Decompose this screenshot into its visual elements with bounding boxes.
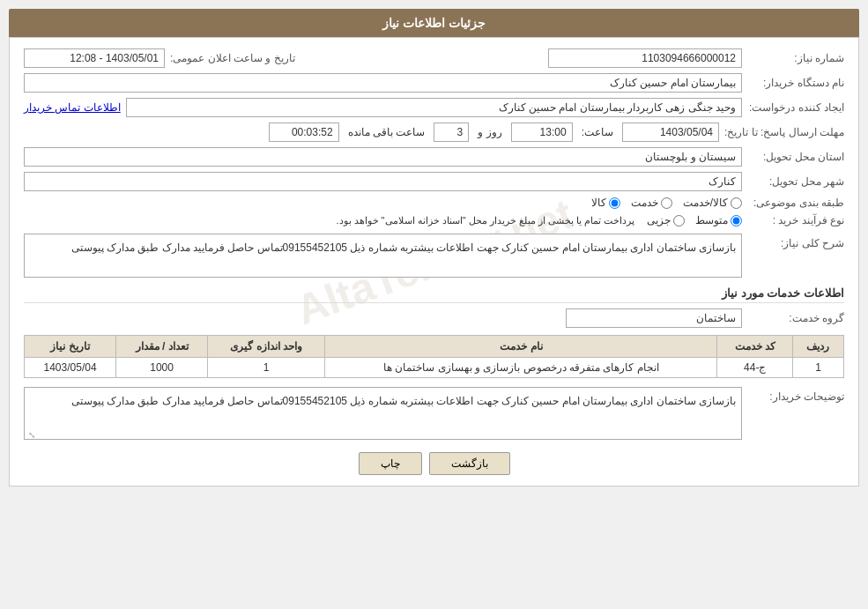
purchase-radio-jozi[interactable] [673, 215, 685, 227]
page-header: جزئیات اطلاعات نیاز [9, 9, 859, 37]
category-label-khadamat: خدمت [631, 197, 658, 209]
purchase-type-radio-group: متوسط جزیی [647, 214, 742, 227]
purchase-radio-motavasset[interactable] [731, 215, 742, 227]
buyer-notes-row: توضیحات خریدار: بازسازی ساختمان اداری بی… [24, 387, 844, 440]
purchase-type-label: نوع فرآیند خرید : [747, 214, 844, 227]
city-row: شهر محل تحویل: کنارک [24, 172, 844, 191]
category-label-kala-khadamat: کالا/خدمت [683, 197, 728, 209]
need-number-label: شماره نیاز: [747, 52, 844, 64]
col-qty: تعداد / مقدار [116, 336, 208, 358]
creator-row: ایجاد کننده درخواست: وحید جنگی زهی کاربر… [24, 98, 844, 117]
announce-value: 1403/05/01 - 12:08 [24, 48, 165, 68]
buyer-org-row: نام دستگاه خریدار: بیمارستان امام حسین ک… [24, 73, 844, 93]
need-description-value: بازسازی ساختمان اداری بیمارستان امام حسی… [24, 234, 742, 278]
buyer-notes-value: بازسازی ساختمان اداری بیمارستان امام حسی… [71, 395, 736, 407]
remaining-label: ساعت باقی مانده [348, 126, 426, 138]
service-group-row: گروه خدمت: ساختمان [24, 308, 844, 328]
purchase-label-motavasset: متوسط [695, 214, 728, 227]
cell-qty-1: 1000 [116, 358, 208, 378]
need-description-section: شرح کلی نیاز: بازسازی ساختمان اداری بیما… [24, 234, 844, 278]
deadline-row: مهلت ارسال پاسخ: تا تاریخ: 1403/05/04 سا… [24, 123, 844, 142]
col-code: کد خدمت [717, 336, 793, 358]
city-value: کنارک [24, 172, 742, 191]
creator-value: وحید جنگی زهی کاربردار بیمارستان امام حس… [126, 98, 742, 117]
resize-handle[interactable]: ⤡ [26, 428, 35, 437]
purchase-type-jozi[interactable]: جزیی [647, 214, 685, 227]
buyer-org-value: بیمارستان امام حسین کنارک [24, 73, 742, 93]
category-label: طبقه بندی موضوعی: [747, 197, 844, 209]
services-table-container: ردیف کد خدمت نام خدمت واحد اندازه گیری ت… [24, 335, 844, 378]
print-button[interactable]: چاپ [359, 452, 422, 475]
need-number-row: شماره نیاز: 1103094666000012 تاریخ و ساع… [24, 48, 844, 68]
category-label-kala: کالا [591, 197, 606, 209]
footer-buttons: بازگشت چاپ [24, 452, 844, 475]
buyer-notes-box: بازسازی ساختمان اداری بیمارستان امام حسی… [24, 387, 742, 440]
category-radio-kala-khadamat[interactable] [731, 197, 742, 209]
table-row: 1 ج-44 انجام کارهای متفرقه درخصوص بازساز… [25, 358, 844, 378]
announce-label: تاریخ و ساعت اعلان عمومی: [170, 52, 295, 64]
cell-code-1: ج-44 [717, 358, 793, 378]
category-radio-khadamat[interactable] [661, 197, 672, 209]
services-table: ردیف کد خدمت نام خدمت واحد اندازه گیری ت… [24, 335, 844, 378]
days-label: روز و [478, 126, 501, 138]
service-group-label: گروه خدمت: [747, 312, 844, 324]
contact-link[interactable]: اطلاعات تماس خریدار [24, 101, 121, 114]
purchase-type-note: پرداخت تمام یا بخشی از مبلغ خریدار محل "… [336, 215, 634, 227]
category-radio-kala[interactable] [609, 197, 620, 209]
cell-date-1: 1403/05/04 [25, 358, 116, 378]
cell-unit-1: 1 [208, 358, 325, 378]
services-section-title: اطلاعات خدمات مورد نیاز [24, 286, 844, 303]
time-label: ساعت: [582, 126, 613, 138]
page-title: جزئیات اطلاعات نیاز [382, 16, 486, 30]
province-row: استان محل تحویل: سیستان و بلوچستان [24, 147, 844, 167]
category-option-3[interactable]: کالا/خدمت [683, 197, 742, 209]
service-group-value: ساختمان [566, 308, 742, 328]
category-radio-group: کالا/خدمت خدمت کالا [591, 197, 742, 209]
remaining-value: 00:03:52 [269, 123, 339, 142]
buyer-org-label: نام دستگاه خریدار: [747, 77, 844, 89]
city-label: شهر محل تحویل: [747, 175, 844, 188]
col-row: ردیف [792, 336, 843, 358]
cell-name-1: انجام کارهای متفرقه درخصوص بازسازی و بهس… [325, 358, 717, 378]
province-label: استان محل تحویل: [747, 151, 844, 163]
need-description-label: شرح کلی نیاز: [747, 234, 844, 249]
days-value: 3 [434, 123, 469, 142]
category-option-2[interactable]: خدمت [631, 197, 672, 209]
purchase-type-motavasset[interactable]: متوسط [695, 214, 742, 227]
creator-label: ایجاد کننده درخواست: [747, 101, 844, 114]
send-deadline-label: مهلت ارسال پاسخ: تا تاریخ: [724, 126, 844, 138]
cell-row-1: 1 [792, 358, 843, 378]
deadline-date: 1403/05/04 [622, 123, 719, 142]
back-button[interactable]: بازگشت [429, 452, 510, 475]
deadline-time: 13:00 [511, 123, 573, 142]
category-option-1[interactable]: کالا [591, 197, 620, 209]
need-number-value: 1103094666000012 [548, 48, 742, 68]
category-row: طبقه بندی موضوعی: کالا/خدمت خدمت کالا [24, 197, 844, 209]
col-date: تاریخ نیاز [25, 336, 116, 358]
col-unit: واحد اندازه گیری [208, 336, 325, 358]
purchase-type-row: نوع فرآیند خرید : متوسط جزیی پرداخت تمام… [24, 214, 844, 227]
buyer-notes-label: توضیحات خریدار: [747, 387, 844, 403]
col-name: نام خدمت [325, 336, 717, 358]
province-value: سیستان و بلوچستان [24, 147, 742, 167]
purchase-label-jozi: جزیی [647, 214, 671, 227]
